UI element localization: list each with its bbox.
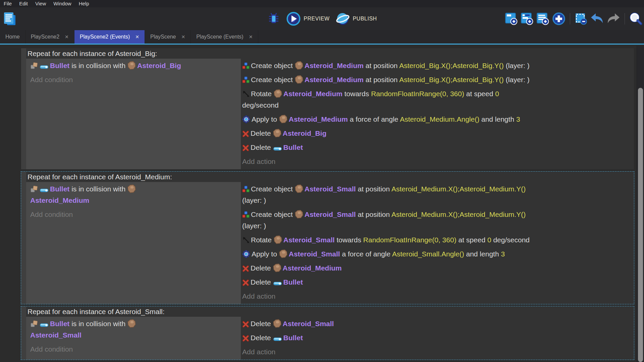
- object-name: Asteroid_Small: [283, 236, 335, 244]
- publish-button[interactable]: PUBLISH: [336, 12, 377, 26]
- tab-label: PlayScene (Events): [196, 34, 244, 40]
- undo-icon[interactable]: [590, 13, 604, 24]
- action-row[interactable]: Apply to Asteroid_Small a force of angle…: [242, 248, 631, 260]
- object-name: Asteroid_Small: [289, 250, 340, 258]
- tab-playscene-events-[interactable]: PlayScene (Events)✕: [191, 30, 258, 44]
- preview-button[interactable]: PREVIEW: [286, 12, 329, 26]
- instruction-text: towards: [335, 236, 363, 244]
- instruction-text: (layer: ): [242, 222, 266, 230]
- tab-close-icon[interactable]: ✕: [65, 34, 69, 40]
- object-name: Asteroid_Small: [283, 320, 334, 327]
- action-row[interactable]: Delete Bullet: [242, 142, 631, 153]
- event-block[interactable]: Repeat for each instance of Asteroid_Big…: [21, 48, 634, 170]
- object-name: Asteroid_Medium: [289, 115, 348, 123]
- tab-playscene[interactable]: PlayScene✕: [145, 30, 191, 44]
- scrollbar-thumb[interactable]: [638, 88, 643, 362]
- tab-close-icon[interactable]: ✕: [249, 34, 253, 40]
- tab-close-icon[interactable]: ✕: [135, 34, 139, 40]
- action-row[interactable]: Create object Asteroid_Small at position…: [242, 183, 631, 206]
- instruction-text: Delete: [251, 278, 273, 286]
- action-row[interactable]: Delete Bullet: [242, 332, 631, 344]
- actions-panel: Create object Asteroid_Medium at positio…: [241, 59, 634, 169]
- instruction-text: Rotate: [251, 236, 274, 244]
- expression: RandomFloatInRange(0, 360): [371, 90, 464, 98]
- event-block[interactable]: Repeat for each instance of Asteroid_Med…: [21, 171, 634, 304]
- action-row[interactable]: Delete Asteroid_Big: [242, 128, 631, 139]
- object-name: Asteroid_Small: [30, 331, 82, 339]
- tab-label: PlayScene2: [31, 34, 59, 40]
- search-icon[interactable]: [629, 12, 643, 25]
- tab-home[interactable]: Home: [0, 30, 25, 44]
- preview-label: PREVIEW: [304, 16, 329, 22]
- asteroid-icon: [127, 184, 136, 193]
- event-drag-handle[interactable]: [21, 306, 26, 360]
- menu-edit[interactable]: Edit: [15, 0, 32, 7]
- condition-row[interactable]: Bullet is in collision with Asteroid_Big: [30, 60, 237, 71]
- delete-icon: [242, 335, 249, 342]
- instruction-text: at speed: [464, 90, 495, 98]
- publish-label: PUBLISH: [353, 16, 377, 22]
- condition-row[interactable]: Bullet is in collision with Asteroid_Sma…: [30, 318, 237, 341]
- actions-panel: Create object Asteroid_Small at position…: [241, 182, 634, 304]
- action-row[interactable]: Delete Asteroid_Medium: [242, 262, 631, 274]
- object-name: Asteroid_Small: [305, 210, 356, 218]
- event-drag-handle[interactable]: [21, 172, 26, 304]
- bullet-icon: [273, 281, 282, 286]
- asteroid-icon: [273, 319, 281, 328]
- action-row[interactable]: Delete Asteroid_Small: [242, 318, 631, 329]
- event-header[interactable]: Repeat for each instance of Asteroid_Big…: [26, 48, 634, 59]
- event-drag-handle[interactable]: [21, 48, 26, 169]
- vertical-scrollbar[interactable]: [637, 46, 644, 362]
- add-action-button[interactable]: Add action: [242, 291, 631, 302]
- asteroid-icon: [279, 249, 287, 258]
- asteroid-icon: [295, 184, 303, 193]
- menu-help[interactable]: Help: [75, 0, 93, 7]
- event-header[interactable]: Repeat for each instance of Asteroid_Med…: [26, 172, 634, 182]
- action-row[interactable]: Rotate Asteroid_Small towards RandomFloa…: [242, 234, 631, 246]
- tab-close-icon[interactable]: ✕: [181, 34, 185, 40]
- debug-icon[interactable]: [267, 12, 280, 25]
- instruction-text: Delete: [251, 320, 273, 327]
- event-block[interactable]: Repeat for each instance of Asteroid_Sma…: [21, 306, 634, 360]
- add-event-icon[interactable]: [505, 12, 518, 25]
- expression: Asteroid_Medium.X();Asteroid_Medium.Y(): [391, 185, 526, 193]
- add-action-button[interactable]: Add action: [242, 346, 631, 358]
- select-remove-icon[interactable]: [575, 12, 587, 25]
- tab-playscene2[interactable]: PlayScene2✕: [25, 30, 74, 44]
- instruction-text: is in collision with: [69, 185, 127, 193]
- bullet-icon: [40, 322, 49, 328]
- instruction-text: towards: [342, 90, 371, 98]
- add-action-button[interactable]: Add action: [242, 156, 631, 167]
- action-row[interactable]: Rotate Asteroid_Medium towards RandomFlo…: [242, 88, 631, 111]
- action-row[interactable]: Create object Asteroid_Medium at positio…: [242, 60, 631, 71]
- tab-playscene2-events-[interactable]: PlayScene2 (Events)✕: [74, 30, 145, 44]
- add-comment-icon[interactable]: [536, 12, 549, 25]
- asteroid-icon: [274, 89, 282, 98]
- add-condition-button[interactable]: Add condition: [30, 209, 237, 220]
- action-row[interactable]: Apply to Asteroid_Medium a force of angl…: [242, 114, 631, 125]
- menu-window[interactable]: Window: [50, 0, 75, 7]
- redo-icon[interactable]: [607, 13, 620, 24]
- instruction-text: a force of angle: [340, 250, 392, 258]
- add-condition-button[interactable]: Add condition: [30, 74, 237, 85]
- add-other-event-icon[interactable]: [552, 12, 566, 25]
- object-name: Asteroid_Medium: [283, 90, 342, 98]
- action-row[interactable]: Create object Asteroid_Medium at positio…: [242, 74, 631, 85]
- object-name: Asteroid_Big: [137, 62, 181, 69]
- condition-row[interactable]: Bullet is in collision with Asteroid_Med…: [30, 183, 237, 206]
- menu-file[interactable]: File: [0, 0, 15, 7]
- instruction-text: at position: [356, 185, 391, 193]
- add-subevent-icon[interactable]: [521, 12, 533, 25]
- action-row[interactable]: Create object Asteroid_Small at position…: [242, 209, 631, 232]
- add-condition-button[interactable]: Add condition: [30, 344, 237, 355]
- actions-panel: Delete Asteroid_SmallDelete BulletAdd ac…: [241, 317, 634, 360]
- event-header[interactable]: Repeat for each instance of Asteroid_Sma…: [26, 306, 634, 317]
- collision-icon: [30, 320, 38, 328]
- menu-view[interactable]: View: [32, 0, 50, 7]
- instruction-text: (layer: ): [504, 76, 530, 83]
- toolbar-right-group: [505, 7, 643, 30]
- delete-icon: [242, 130, 249, 137]
- action-row[interactable]: Delete Bullet: [242, 277, 631, 288]
- object-name: Bullet: [50, 185, 69, 193]
- conditions-panel: Bullet is in collision with Asteroid_Big…: [26, 59, 241, 169]
